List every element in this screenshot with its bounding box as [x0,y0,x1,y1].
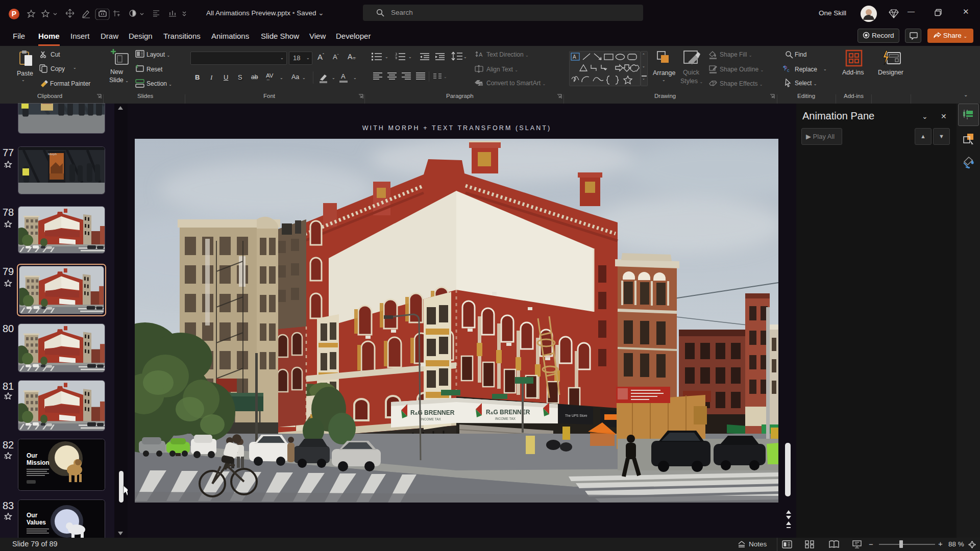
svg-text:A: A [479,52,483,58]
svg-text:Mission: Mission [27,459,50,466]
svg-text:Our: Our [27,452,38,459]
svg-text:Values: Values [27,519,46,526]
svg-text:Morph: Morph [48,153,57,156]
svg-text:A: A [573,54,576,60]
svg-text:INCOME TAX: INCOME TAX [495,417,516,420]
svg-text:Our: Our [27,512,38,519]
svg-text:The UPS Store: The UPS Store [565,414,587,417]
svg-text:INCOME TAX: INCOME TAX [421,417,442,421]
svg-text:c: c [787,68,790,73]
